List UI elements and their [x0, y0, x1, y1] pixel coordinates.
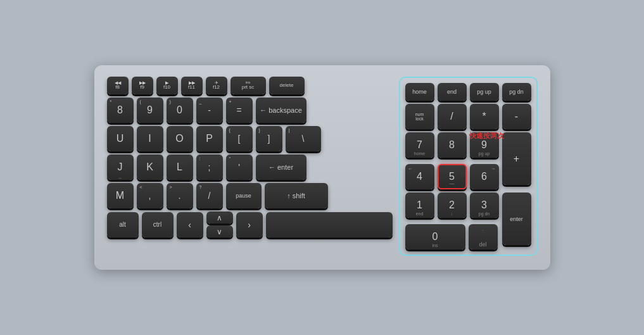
key-slash[interactable]: ? / — [196, 183, 223, 208]
key-0[interactable]: ) 0 — [167, 98, 193, 123]
key-left[interactable]: ‹ — [177, 212, 203, 237]
uiop-row: U I O P { [ } ] | \ — [107, 126, 393, 151]
key-minus[interactable]: _ - — [196, 98, 223, 123]
key-p[interactable]: P — [196, 126, 223, 151]
key-shift[interactable]: ↑ shift — [265, 183, 328, 208]
key-np3[interactable]: 3 pg dn — [470, 193, 499, 218]
key-np1[interactable]: 1 end — [405, 193, 434, 218]
number-row: * 8 ( 9 ) 0 _ - + = ← backspace — [107, 98, 393, 123]
numpad-789-row: 7 home 8 快速按两次 9 pg up + — [405, 132, 531, 158]
key-pgup[interactable]: pg up — [470, 83, 499, 101]
key-pause[interactable]: pause — [226, 183, 262, 208]
key-u[interactable]: U — [107, 126, 134, 151]
numpad-lock-row: num lock / * - — [405, 104, 531, 129]
key-rbracket[interactable]: } ] — [256, 126, 282, 151]
key-np-dot[interactable]: . del — [469, 224, 498, 250]
key-lbracket[interactable]: { [ — [226, 126, 253, 151]
keyboard-container: ◀◀ f8 ▶▶ f9 ▶ f10 ▶▶ f11 ✈ f12 ins prt s… — [94, 65, 550, 270]
key-alt[interactable]: alt — [107, 212, 139, 237]
key-up[interactable]: ∧ — [206, 212, 233, 224]
key-i[interactable]: I — [137, 126, 163, 151]
key-comma[interactable]: < , — [137, 183, 163, 208]
key-j[interactable]: J _ — [107, 155, 134, 180]
numpad-nav-row: home end pg up pg dn — [405, 83, 531, 101]
key-np-enter[interactable]: enter — [502, 193, 531, 245]
key-f11[interactable]: ▶▶ f11 — [181, 77, 203, 94]
key-numlock[interactable]: num lock — [405, 104, 434, 129]
key-np8[interactable]: 8 快速按两次 — [438, 132, 467, 158]
jkl-row: J _ K L : ; " ' ← enter — [107, 155, 393, 180]
key-np7[interactable]: 7 home — [405, 132, 434, 158]
main-keyboard: ◀◀ f8 ▶▶ f9 ▶ f10 ▶▶ f11 ✈ f12 ins prt s… — [107, 77, 393, 256]
mn-row: M < , > . ? / pause ↑ shift — [107, 183, 393, 208]
key-np-multiply[interactable]: * — [470, 104, 499, 129]
key-backspace[interactable]: ← backspace — [256, 98, 306, 123]
key-8[interactable]: * 8 — [107, 98, 134, 123]
key-np9[interactable]: 9 pg up — [470, 132, 499, 158]
key-np4[interactable]: ← 4 — [405, 164, 434, 189]
key-space[interactable] — [266, 212, 393, 237]
key-np2[interactable]: 2 ↓ — [438, 193, 467, 218]
key-backslash[interactable]: | \ — [286, 126, 321, 151]
numpad-section: home end pg up pg dn num lock / * — [399, 77, 538, 256]
key-o[interactable]: O — [167, 126, 193, 151]
key-f12[interactable]: ✈ f12 — [206, 77, 227, 94]
key-period[interactable]: > . — [167, 183, 193, 208]
key-np0[interactable]: 0 ins — [405, 224, 465, 250]
key-f9[interactable]: ▶▶ f9 — [132, 77, 153, 94]
key-equals[interactable]: + = — [226, 98, 253, 123]
fn-row: ◀◀ f8 ▶▶ f9 ▶ f10 ▶▶ f11 ✈ f12 ins prt s… — [107, 77, 393, 94]
key-quote[interactable]: " ' — [226, 155, 253, 180]
key-f10[interactable]: ▶ f10 — [156, 77, 178, 94]
numpad-123-row: 1 end 2 ↓ 3 pg dn enter — [405, 193, 531, 218]
key-right[interactable]: › — [236, 212, 263, 237]
key-np-minus[interactable]: - — [502, 104, 531, 129]
key-k[interactable]: K — [137, 155, 163, 180]
bottom-row: alt ctrl ‹ ∧ ∨ › — [107, 212, 393, 237]
key-semicolon[interactable]: : ; — [196, 155, 223, 180]
key-pgdn[interactable]: pg dn — [502, 83, 531, 101]
key-delete[interactable]: delete — [269, 77, 305, 94]
key-down[interactable]: ∨ — [206, 225, 233, 237]
key-f8[interactable]: ◀◀ f8 — [107, 77, 129, 94]
key-end[interactable]: end — [438, 83, 467, 101]
key-home[interactable]: home — [405, 83, 434, 101]
key-9[interactable]: ( 9 — [137, 98, 163, 123]
key-prtsc[interactable]: ins prt sc — [230, 77, 266, 94]
key-l[interactable]: L — [167, 155, 193, 180]
key-ctrl[interactable]: ctrl — [142, 212, 174, 237]
key-np-plus[interactable]: + — [502, 132, 531, 185]
key-m[interactable]: M — [107, 183, 134, 208]
key-enter[interactable]: ← enter — [256, 155, 306, 180]
key-np-divide[interactable]: / — [438, 104, 467, 129]
key-np6[interactable]: → 6 — [470, 164, 499, 189]
key-np5[interactable]: 5 — — [438, 164, 467, 189]
